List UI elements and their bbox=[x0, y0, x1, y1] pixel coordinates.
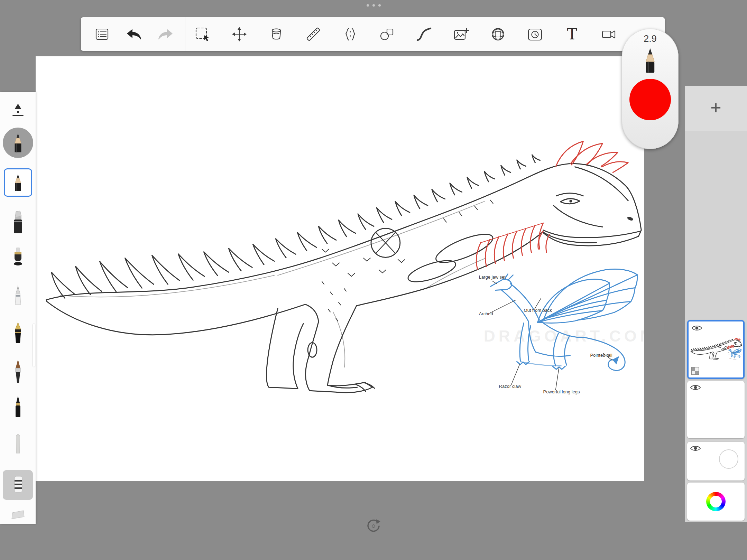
menu-icon bbox=[94, 26, 110, 43]
brush-eraser[interactable] bbox=[0, 469, 36, 501]
handle-dot-icon bbox=[378, 4, 381, 7]
paint-brush-icon bbox=[13, 359, 23, 383]
brush-fountain-pen[interactable] bbox=[0, 317, 36, 349]
top-toolbar: T bbox=[81, 17, 665, 51]
annotation-label: Powerful long legs bbox=[543, 389, 580, 394]
ruler-tool-button[interactable] bbox=[303, 21, 324, 47]
layer-visibility-button[interactable] bbox=[691, 324, 702, 333]
current-brush-button[interactable] bbox=[0, 127, 36, 159]
annotation-label: Large jaw set bbox=[479, 274, 506, 280]
brush-ink-brush[interactable] bbox=[0, 391, 36, 423]
layer-thumbnail bbox=[690, 330, 742, 367]
text-tool-button[interactable]: T bbox=[561, 21, 583, 47]
shapes-icon bbox=[379, 26, 396, 43]
watermark-text: DRAGOART.COM bbox=[484, 327, 644, 345]
brush-flat-eraser[interactable] bbox=[0, 501, 36, 533]
circular-arrow-icon bbox=[365, 518, 382, 534]
brush-library-panel bbox=[0, 92, 36, 524]
redo-icon bbox=[157, 26, 174, 43]
fountain-pen-icon bbox=[12, 322, 24, 345]
paint-bucket-icon bbox=[268, 26, 285, 43]
add-layer-button[interactable]: + bbox=[685, 95, 747, 120]
ink-bottle-icon bbox=[11, 246, 25, 268]
undo-button[interactable] bbox=[123, 21, 145, 47]
reference-dragon-sketch bbox=[491, 269, 637, 370]
pencil-icon bbox=[12, 173, 24, 192]
sketchbook-app: DRAGOART.COM bbox=[0, 0, 747, 560]
active-color-swatch[interactable] bbox=[629, 79, 671, 120]
camera-button[interactable] bbox=[598, 21, 620, 47]
brush-size-color-puck[interactable]: 2.9 bbox=[622, 29, 679, 149]
brush-technical-pen[interactable] bbox=[0, 279, 36, 311]
perspective-grid-icon bbox=[490, 26, 506, 43]
ink-brush-icon bbox=[13, 395, 23, 419]
menu-button[interactable] bbox=[91, 21, 113, 47]
text-tool-icon: T bbox=[567, 27, 577, 42]
brush-settings-button[interactable] bbox=[0, 95, 36, 127]
marquee-select-icon bbox=[194, 26, 211, 43]
symmetry-icon bbox=[342, 26, 359, 43]
time-lapse-icon bbox=[527, 26, 543, 43]
time-lapse-button[interactable] bbox=[524, 21, 546, 47]
brush-colored-pencil[interactable] bbox=[0, 167, 36, 198]
layer-visibility-button[interactable] bbox=[690, 445, 701, 453]
layer-card-background[interactable] bbox=[687, 442, 745, 480]
fill-tool-button[interactable] bbox=[266, 21, 287, 47]
pastel-stick-icon bbox=[13, 433, 22, 455]
toolbar-divider bbox=[185, 17, 185, 51]
dorsal-spikes bbox=[52, 155, 540, 298]
camera-icon bbox=[601, 26, 617, 43]
brush-ink-bottle[interactable] bbox=[0, 241, 36, 273]
ruler-icon bbox=[305, 26, 322, 43]
annotation-label: Pointed tail bbox=[590, 353, 612, 358]
brush-settings-icon bbox=[10, 102, 26, 120]
move-icon bbox=[231, 26, 248, 43]
brush-pastel[interactable] bbox=[0, 428, 36, 460]
perspective-tool-button[interactable] bbox=[487, 21, 509, 47]
annotation-label: Arched bbox=[479, 311, 493, 316]
flat-eraser-icon bbox=[10, 510, 26, 524]
redo-button[interactable] bbox=[155, 21, 176, 47]
select-tool-button[interactable] bbox=[192, 21, 213, 47]
image-add-icon bbox=[453, 26, 469, 43]
layer-card-empty[interactable] bbox=[687, 381, 745, 438]
brush-paint-brush[interactable] bbox=[0, 355, 36, 387]
eye-icon bbox=[691, 324, 702, 332]
eye-icon bbox=[690, 384, 701, 391]
quick-access-puck-button[interactable] bbox=[365, 518, 382, 534]
color-wheel-card bbox=[687, 483, 745, 521]
transform-tool-button[interactable] bbox=[229, 21, 250, 47]
pencil-icon bbox=[643, 46, 658, 75]
drawing-canvas[interactable]: DRAGOART.COM bbox=[36, 56, 644, 481]
current-brush-circle bbox=[3, 128, 33, 158]
pencil-icon bbox=[11, 132, 25, 153]
shapes-tool-button[interactable] bbox=[377, 21, 398, 47]
background-color-swatch[interactable] bbox=[719, 449, 738, 469]
curve-stroke-icon bbox=[416, 26, 432, 43]
layers-panel: + bbox=[685, 86, 747, 522]
brush-panel-scrollbar[interactable] bbox=[33, 324, 35, 367]
window-drag-handle[interactable] bbox=[360, 4, 387, 7]
annotation-label: Razor claw bbox=[499, 384, 522, 389]
eye-icon bbox=[690, 445, 701, 452]
chisel-marker-icon bbox=[11, 210, 25, 234]
import-image-button[interactable] bbox=[450, 21, 472, 47]
layer-card-sketch[interactable] bbox=[687, 320, 745, 379]
handle-dot-icon bbox=[372, 4, 375, 7]
alpha-lock-icon[interactable] bbox=[691, 367, 699, 375]
brush-size-value[interactable]: 2.9 bbox=[644, 34, 657, 44]
undo-icon bbox=[126, 26, 142, 43]
dragon-sketch-artwork: DRAGOART.COM bbox=[36, 56, 644, 481]
color-wheel-center bbox=[710, 496, 722, 507]
technical-pen-icon bbox=[13, 284, 23, 307]
stroke-tool-button[interactable] bbox=[413, 21, 435, 47]
selected-brush-frame bbox=[4, 168, 32, 197]
eraser-icon bbox=[11, 474, 25, 495]
color-wheel-button[interactable] bbox=[706, 492, 726, 511]
handle-dot-icon bbox=[367, 4, 369, 7]
symmetry-tool-button[interactable] bbox=[340, 21, 361, 47]
annotation-label: Out from back bbox=[524, 308, 552, 313]
layer-visibility-button[interactable] bbox=[690, 384, 701, 392]
red-accent-strokes bbox=[476, 141, 628, 269]
brush-chisel-marker[interactable] bbox=[0, 206, 36, 238]
